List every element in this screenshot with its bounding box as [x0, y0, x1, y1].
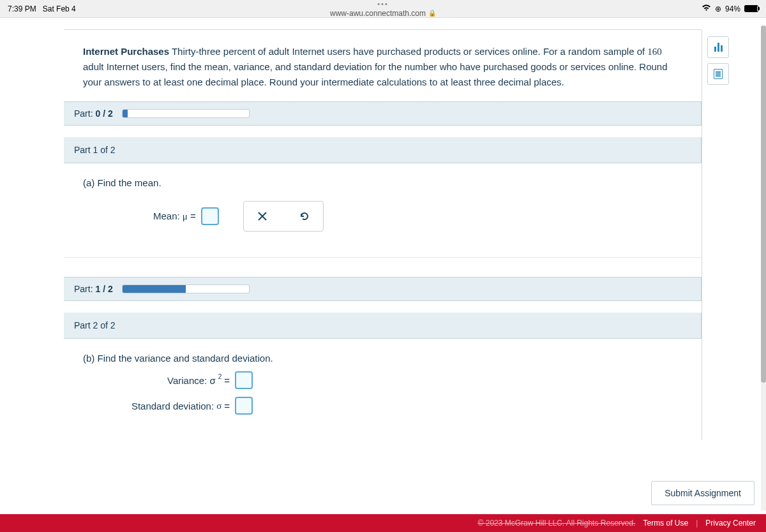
submit-assignment-button[interactable]: Submit Assignment	[651, 481, 755, 505]
privacy-link[interactable]: Privacy Center	[705, 519, 756, 528]
undo-button[interactable]	[296, 208, 313, 225]
status-date: Sat Feb 4	[43, 4, 76, 13]
bar-chart-tool-button[interactable]	[707, 36, 729, 58]
problem-title: Internet Purchases	[83, 46, 169, 57]
stddev-label: Standard deviation: σ =	[96, 401, 230, 411]
variance-input[interactable]	[235, 371, 253, 389]
battery-pct: 94%	[725, 4, 740, 13]
part-1-body: (a) Find the mean. Mean: μ =	[64, 163, 702, 258]
scroll-thumb[interactable]	[761, 26, 766, 383]
footer: Submit Assignment © 2023 McGraw Hill LLC…	[0, 475, 766, 532]
problem-statement: Internet Purchases Thirty-three percent …	[64, 30, 702, 101]
orientation-lock-icon: ⊕	[715, 4, 721, 13]
notes-tool-button[interactable]	[707, 63, 729, 85]
copyright-text: © 2023 McGraw Hill LLC. All Rights Reser…	[478, 519, 636, 528]
variance-label: Variance: σ2 =	[96, 375, 230, 386]
tab-dots-icon[interactable]: •••	[377, 0, 389, 8]
part-2-prompt: (b) Find the variance and standard devia…	[83, 353, 682, 364]
progress-bar-1	[122, 284, 250, 293]
clear-button[interactable]	[254, 208, 271, 225]
part-2-header: Part 2 of 2	[64, 313, 702, 339]
problem-text-1: Thirty-three percent of adult Internet u…	[169, 46, 647, 57]
copyright-bar: © 2023 McGraw Hill LLC. All Rights Reser…	[0, 514, 766, 532]
side-tools	[707, 36, 729, 85]
battery-icon	[744, 5, 758, 12]
question-card: Internet Purchases Thirty-three percent …	[64, 29, 702, 440]
terms-link[interactable]: Terms of Use	[643, 519, 688, 528]
lock-icon: 🔒	[428, 10, 436, 17]
bar-chart-icon	[714, 43, 723, 52]
scrollbar[interactable]	[761, 26, 766, 510]
part-2-body: (b) Find the variance and standard devia…	[64, 339, 702, 440]
stddev-input[interactable]	[235, 397, 253, 415]
url-text[interactable]: www-awu.connectmath.com	[330, 9, 426, 18]
part-1-prompt: (a) Find the mean.	[83, 177, 682, 188]
part-progress-0: Part: 0 / 2	[64, 101, 702, 126]
mean-input[interactable]	[201, 207, 219, 225]
sample-size: 160	[647, 47, 662, 57]
status-time: 7:39 PM	[8, 4, 36, 13]
status-bar: 7:39 PM Sat Feb 4 ••• www-awu.connectmat…	[0, 0, 766, 18]
part-progress-1: Part: 1 / 2	[64, 277, 702, 301]
mean-label: Mean: μ =	[153, 211, 196, 222]
document-icon	[714, 69, 723, 79]
wifi-icon	[702, 4, 711, 13]
input-actions	[243, 201, 324, 232]
part-1-header: Part 1 of 2	[64, 137, 702, 163]
problem-text-2: adult Internet users, find the mean, var…	[83, 61, 668, 87]
progress-bar-0	[122, 109, 250, 118]
